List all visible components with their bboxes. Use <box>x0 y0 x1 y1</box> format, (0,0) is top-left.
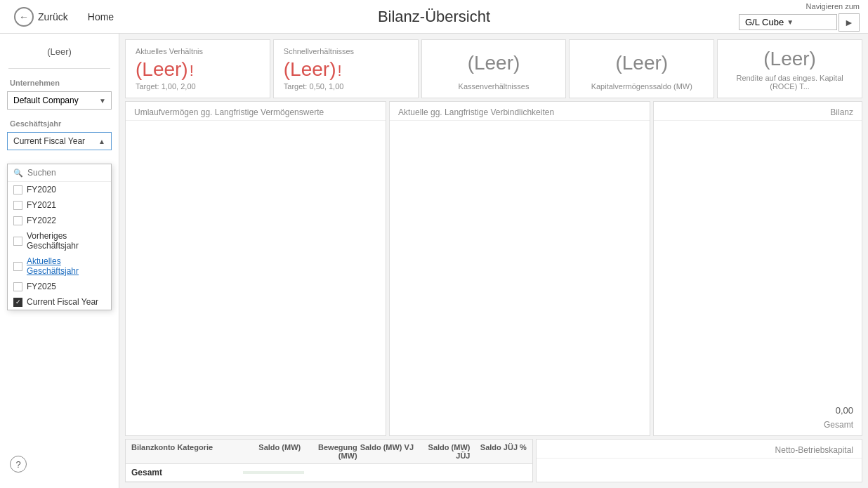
dropdown-label-fy2021: FY2021 <box>27 200 56 210</box>
back-icon: ← <box>14 7 34 27</box>
kpi-label-1: Aktuelles Verhältnis <box>136 47 260 55</box>
kpi-card-schnell: Schnellverhältnisses (Leer) ! Target: 0,… <box>273 39 419 98</box>
back-button[interactable]: ← Zurück <box>8 4 74 29</box>
main-layout: (Leer) Unternehmen Default Company ▼ Ges… <box>0 34 868 488</box>
dropdown-label-current: Current Fiscal Year <box>27 297 98 307</box>
dropdown-label-vorjahr: Vorheriges Geschäftsjahr <box>27 231 105 251</box>
sidebar-bottom: ? <box>0 449 119 480</box>
chart-value-text: 0,00 <box>836 405 853 416</box>
kpi-card-aktuelles: Aktuelles Verhältnis (Leer) ! Target: 1,… <box>125 39 270 98</box>
content-area: Aktuelles Verhältnis (Leer) ! Target: 1,… <box>119 34 868 488</box>
search-icon: 🔍 <box>13 169 23 178</box>
kpi-target-1: Target: 1,00, 2,00 <box>136 82 260 91</box>
kpi-value-2: (Leer) <box>284 58 336 81</box>
dropdown-item-fy2021[interactable]: FY2021 <box>8 197 111 213</box>
top-nav: ← Zurück Home Bilanz-Übersicht Navigiere… <box>0 0 868 34</box>
kpi-value-3: (Leer) <box>468 52 520 74</box>
nav-dropdown[interactable]: G/L Cube ▼ <box>739 14 837 30</box>
dropdown-search-row: 🔍 <box>8 164 111 182</box>
kpi-sublabel-5: Rendite auf das einges. Kapital (ROCE) T… <box>728 74 852 91</box>
chart-body-2 <box>390 121 650 435</box>
chart-title-1: Umlaufvermögen gg. Langfristige Vermögen… <box>126 102 386 121</box>
checkbox-fy2025[interactable] <box>13 282 22 291</box>
home-link[interactable]: Home <box>88 11 114 22</box>
chart-total-3: Gesamt <box>654 418 862 435</box>
chart-panel-bilanz: Bilanz 0,00 Gesamt <box>653 101 862 436</box>
kpi-target-2: Target: 0,50, 1,00 <box>284 82 408 91</box>
td-cat-0: Gesamt <box>131 468 243 477</box>
dropdown-item-fy2022[interactable]: FY2022 <box>8 213 111 228</box>
unternehmen-select-wrapper: Default Company ▼ <box>7 91 112 110</box>
table-row: Gesamt <box>126 464 532 482</box>
help-button[interactable]: ? <box>10 456 27 473</box>
sidebar-divider <box>8 68 110 69</box>
unternehmen-label: Unternehmen <box>0 73 119 88</box>
checkbox-vorjahr[interactable] <box>13 237 22 246</box>
td-saldo-0 <box>243 471 304 474</box>
back-label: Zurück <box>38 11 68 22</box>
chart-total-text: Gesamt <box>824 420 853 430</box>
unternehmen-select[interactable]: Default Company <box>7 91 112 110</box>
th-saldo: Saldo (MW) <box>244 443 301 460</box>
kpi-value-5: (Leer) <box>763 48 816 70</box>
charts-row: Umlaufvermögen gg. Langfristige Vermögen… <box>119 101 868 439</box>
chart-title-3: Bilanz <box>654 102 862 121</box>
kpi-value-4: (Leer) <box>615 52 668 74</box>
kpi-card-roce: (Leer) Rendite auf das einges. Kapital (… <box>717 39 862 98</box>
checkbox-fy2021[interactable] <box>13 201 22 210</box>
th-cat: Bilanzkonto Kategorie <box>131 443 244 460</box>
dropdown-label-fy2022: FY2022 <box>27 216 56 225</box>
nav-dropdown-value: G/L Cube <box>745 17 784 27</box>
geschaeft-dropdown-overlay: 🔍 FY2020 FY2021 FY2022 Vorheriges Geschä… <box>7 164 112 310</box>
table-panel: Bilanzkonto Kategorie Saldo (MW) Bewegun… <box>125 439 533 482</box>
checkbox-current[interactable] <box>13 298 22 307</box>
kpi-exclaim-2: ! <box>338 62 342 80</box>
table-header: Bilanzkonto Kategorie Saldo (MW) Bewegun… <box>126 440 532 464</box>
kpi-row: Aktuelles Verhältnis (Leer) ! Target: 1,… <box>119 34 868 101</box>
sidebar: (Leer) Unternehmen Default Company ▼ Ges… <box>0 34 119 488</box>
dropdown-item-fy2025[interactable]: FY2025 <box>8 279 111 294</box>
dropdown-item-vorjahr[interactable]: Vorheriges Geschäftsjahr <box>8 228 111 253</box>
chart-value-3: 0,00 <box>654 402 862 418</box>
nav-forward-button[interactable]: ► <box>839 13 860 32</box>
kpi-value-1: (Leer) <box>136 58 188 81</box>
right-panel-title: Netto-Betriebskapital <box>537 440 862 459</box>
chart-body-1 <box>126 121 386 435</box>
checkbox-fy2020[interactable] <box>13 185 22 194</box>
dropdown-item-fy2020[interactable]: FY2020 <box>8 182 111 197</box>
kpi-sublabel-3: Kassenverhältnisses <box>432 82 556 91</box>
th-sjj: Saldo (MW) JÜJ <box>414 443 470 460</box>
chevron-down-icon: ▼ <box>787 18 794 26</box>
kpi-sublabel-4: Kapitalvermögenssaldo (MW) <box>579 82 704 91</box>
kpi-label-2: Schnellverhältnisses <box>284 47 408 55</box>
dropdown-item-aktuell[interactable]: Aktuelles Geschäftsjahr <box>8 253 111 279</box>
right-panel: Netto-Betriebskapital <box>536 439 862 482</box>
geschaeft-label: Geschäftsjahr <box>0 112 119 129</box>
table-section: Bilanzkonto Kategorie Saldo (MW) Bewegun… <box>119 439 868 488</box>
checkbox-fy2022[interactable] <box>13 216 22 225</box>
navigate-to-label: Navigieren zum <box>806 2 860 11</box>
chevron-up-icon: ▲ <box>98 138 105 145</box>
sidebar-empty-label: (Leer) <box>0 42 119 64</box>
chart-title-2: Aktuelle gg. Langfristige Verbindlichkei… <box>390 102 650 121</box>
checkbox-aktuell[interactable] <box>13 262 22 271</box>
dropdown-item-current[interactable]: Current Fiscal Year <box>8 294 111 310</box>
chart-body-3 <box>654 121 862 402</box>
geschaeft-dropdown-button[interactable]: Current Fiscal Year ▲ <box>7 132 112 150</box>
dropdown-label-fy2020: FY2020 <box>27 185 56 194</box>
page-title: Bilanz-Übersicht <box>378 8 490 26</box>
th-spct: Saldo JÜJ % <box>470 443 526 460</box>
geschaeft-value: Current Fiscal Year <box>13 136 85 146</box>
th-svj: Saldo (MW) VJ <box>357 443 414 460</box>
dropdown-label-fy2025: FY2025 <box>27 282 56 291</box>
dropdown-search-input[interactable] <box>27 168 105 178</box>
nav-right: Navigieren zum G/L Cube ▼ ► <box>739 2 860 32</box>
th-bew: Bewegung (MW) <box>301 443 357 460</box>
chart-panel-umlauf: Umlaufvermögen gg. Langfristige Vermögen… <box>125 101 386 436</box>
kpi-exclaim-1: ! <box>190 62 194 80</box>
kpi-card-kapital: (Leer) Kapitalvermögenssaldo (MW) <box>569 39 714 98</box>
kpi-card-kasse: (Leer) Kassenverhältnisses <box>421 39 567 98</box>
chart-panel-verbindlich: Aktuelle gg. Langfristige Verbindlichkei… <box>389 101 650 436</box>
dropdown-label-aktuell: Aktuelles Geschäftsjahr <box>27 256 105 276</box>
